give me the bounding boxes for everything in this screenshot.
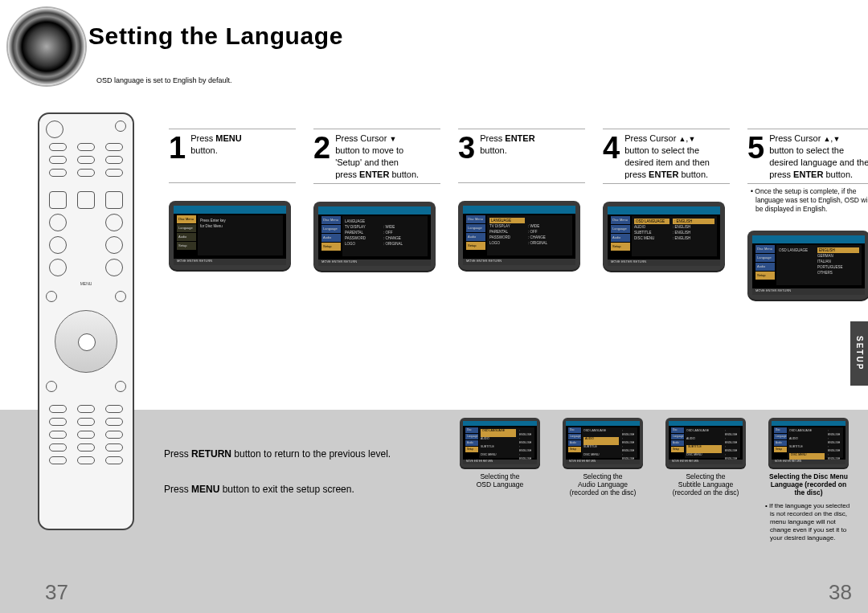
- cursor-up-icon: ▲: [823, 134, 830, 144]
- step-number: 3: [458, 133, 475, 163]
- step-3: 3Press ENTERbutton.Disc MenuLanguageAudi…: [458, 129, 585, 300]
- disc-menu-note: If the language you selected is not reco…: [765, 502, 852, 542]
- bottom-tv-col-3: Disc MenuLanguageAudioSetupOSD LANGUAGE:…: [662, 418, 749, 542]
- tv-screenshot-step-5: Disc MenuLanguageAudioSetupOSD LANGUAGEE…: [747, 231, 868, 300]
- setup-side-tab: SETUP: [850, 321, 868, 386]
- tv-caption: Selecting the Disc MenuLanguage (recorde…: [765, 472, 852, 497]
- step-4: 4Press Cursor ▲,▼button to select thedes…: [603, 129, 730, 300]
- tv-caption: Selecting theSubtitle Language(recorded …: [673, 472, 739, 497]
- step-number: 1: [169, 133, 186, 163]
- cursor-down-icon: ▼: [389, 134, 396, 144]
- tv-screenshot-bottom-4: Disc MenuLanguageAudioSetupOSD LANGUAGE:…: [768, 418, 849, 468]
- bottom-instructions: Press RETURN button to return to the pre…: [164, 448, 391, 519]
- page-subtitle: OSD language is set to English by defaul…: [96, 76, 232, 84]
- step-text: Press Cursor ▲,▼button to select thedesi…: [769, 133, 868, 180]
- page-number-left: 37: [45, 580, 68, 605]
- tv-screenshot-bottom-1: Disc MenuLanguageAudioSetupOSD LANGUAGE:…: [460, 418, 540, 468]
- bottom-tv-row: Disc MenuLanguageAudioSetupOSD LANGUAGE:…: [457, 418, 852, 542]
- step-1: 1Press MENUbutton.Disc MenuLanguageAudio…: [169, 129, 296, 300]
- cursor-up-icon: ▲: [678, 134, 686, 144]
- step-text: Press Cursor ▼button to move to'Setup' a…: [335, 133, 419, 180]
- tv-screenshot-step-1: Disc MenuLanguageAudioSetupPress Enter k…: [169, 201, 291, 270]
- page-number-right: 38: [829, 580, 852, 605]
- step-2: 2Press Cursor ▼button to move to'Setup' …: [313, 129, 440, 300]
- tv-screenshot-step-3: Disc MenuLanguageAudioSetupLANGUAGETV DI…: [458, 201, 580, 270]
- tv-caption: Selecting theOSD Language: [477, 472, 524, 488]
- step-text: Press Cursor ▲,▼button to select thedesi…: [624, 133, 710, 180]
- bottom-tv-col-4: Disc MenuLanguageAudioSetupOSD LANGUAGE:…: [765, 418, 852, 542]
- menu-instruction: Press MENU button to exit the setup scre…: [164, 484, 391, 495]
- step-text: Press ENTERbutton.: [480, 133, 534, 157]
- tv-caption: Selecting theAudio Language(recorded on …: [570, 472, 637, 497]
- remote-diagram: MENU: [38, 112, 134, 530]
- tv-screenshot-step-4: Disc MenuLanguageAudioSetupOSD LANGUAGE:…: [603, 202, 725, 271]
- step-5: 5Press Cursor ▲,▼button to select thedes…: [747, 129, 868, 300]
- step-text: Press MENUbutton.: [190, 133, 242, 157]
- steps-row: 1Press MENUbutton.Disc MenuLanguageAudio…: [169, 129, 868, 300]
- tv-screenshot-step-2: Disc MenuLanguageAudioSetupLANGUAGETV DI…: [313, 202, 436, 271]
- step5-note: Once the setup is complete, if the langu…: [751, 187, 868, 213]
- speaker-decoration: [8, 8, 85, 85]
- cursor-down-icon: ▼: [833, 134, 840, 144]
- page-title: Setting the Language: [88, 22, 343, 50]
- tv-screenshot-bottom-3: Disc MenuLanguageAudioSetupOSD LANGUAGE:…: [665, 418, 746, 468]
- bottom-tv-col-1: Disc MenuLanguageAudioSetupOSD LANGUAGE:…: [457, 418, 543, 542]
- step-number: 5: [747, 133, 764, 163]
- bottom-tv-col-2: Disc MenuLanguageAudioSetupOSD LANGUAGE:…: [559, 418, 646, 542]
- tv-screenshot-bottom-2: Disc MenuLanguageAudioSetupOSD LANGUAGE:…: [563, 418, 643, 468]
- return-instruction: Press RETURN button to return to the pre…: [164, 448, 391, 460]
- cursor-down-icon: ▼: [688, 134, 695, 144]
- step-number: 4: [603, 133, 620, 163]
- step-number: 2: [313, 133, 330, 163]
